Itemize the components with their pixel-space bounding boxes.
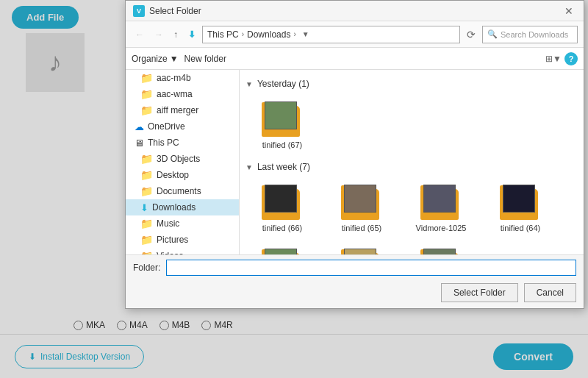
file-label: tinified (65) <box>342 224 381 233</box>
file-item-vidmore-1019[interactable]: Vidmore-1019 <box>325 242 398 254</box>
back-button[interactable]: ← <box>132 28 148 41</box>
breadcrumb-this-pc: This PC <box>207 29 239 40</box>
search-box: 🔍 Search Downloads <box>482 26 578 43</box>
organize-button[interactable]: Organize ▼ <box>132 54 179 64</box>
folder-icon: 📁 <box>140 88 153 100</box>
dialog-title-text: Select Folder <box>149 6 201 16</box>
search-placeholder-text: Search Downloads <box>501 30 568 39</box>
folder-preview <box>341 247 382 254</box>
preview-image <box>344 249 376 254</box>
folder-icon: 📁 <box>140 169 153 181</box>
file-item-tinified-64[interactable]: tinified (64) <box>484 178 557 236</box>
folder-preview <box>262 183 303 220</box>
sidebar-item-aac-wma[interactable]: 📁 aac-wma <box>126 86 239 102</box>
file-thumbnail <box>340 245 384 254</box>
view-options: ⊞▼ ? <box>545 52 578 65</box>
folder-icon: 📁 <box>140 72 153 84</box>
file-label: tinified (64) <box>501 224 540 233</box>
breadcrumb-sep1: › <box>242 30 244 38</box>
file-thumbnail <box>260 245 304 254</box>
dialog-buttons: Select Folder Cancel <box>126 280 584 308</box>
down-nav-button[interactable]: ⬇ <box>184 28 199 41</box>
file-label: tinified (66) <box>262 224 302 233</box>
dialog-app-icon: V <box>133 5 145 17</box>
file-item-tinified-63[interactable]: tinified (63) <box>245 242 319 254</box>
folder-preview <box>341 183 382 220</box>
cancel-button[interactable]: Cancel <box>524 283 576 302</box>
folder-icon: 📁 <box>140 104 153 116</box>
file-item-vidmore-1020[interactable]: Vidmore-1020 <box>404 242 478 254</box>
select-folder-button[interactable]: Select Folder <box>441 283 518 302</box>
preview-image <box>265 249 297 254</box>
sidebar-item-desktop[interactable]: 📁 Desktop <box>126 167 239 183</box>
help-button[interactable]: ? <box>564 52 578 65</box>
view-toggle-button[interactable]: ⊞▼ <box>545 54 562 64</box>
sidebar-item-videos[interactable]: 📁 Videos <box>126 248 239 254</box>
folder-icon: 📁 <box>140 250 153 254</box>
folder-icon: 📁 <box>140 234 153 246</box>
dialog-content: 📁 aac-m4b 📁 aac-wma 📁 aiff merger ☁ OneD… <box>126 70 584 254</box>
section-last-week-title: Last week (7) <box>257 162 310 172</box>
folder-icon: 📁 <box>140 218 153 229</box>
folder-input[interactable] <box>166 260 576 276</box>
file-thumbnail <box>419 181 463 221</box>
section-yesterday-title: Yesterday (1) <box>257 79 309 89</box>
section-last-week[interactable]: ▼ Last week (7) <box>245 162 578 172</box>
breadcrumb-dropdown[interactable]: ▼ <box>299 30 312 38</box>
file-area: ▼ Yesterday (1) tinified (67) ▼ La <box>240 70 584 254</box>
preview-image <box>423 249 456 254</box>
preview-image <box>265 185 297 213</box>
sidebar-item-aiff-merger[interactable]: 📁 aiff merger <box>126 102 239 118</box>
downloads-folder-icon: ⬇ <box>140 202 148 213</box>
folder-icon: 📁 <box>140 185 153 197</box>
select-folder-dialog: V Select Folder ✕ ← → ↑ ⬇ This PC › Down… <box>125 0 584 309</box>
folder-preview <box>500 183 541 220</box>
refresh-button[interactable]: ⟳ <box>463 27 479 42</box>
sidebar-item-aac-m4b[interactable]: 📁 aac-m4b <box>126 70 239 86</box>
sidebar-item-music[interactable]: 📁 Music <box>126 215 239 232</box>
file-thumbnail <box>260 181 304 221</box>
file-item-tinified-65[interactable]: tinified (65) <box>325 178 398 236</box>
file-item-tinified-66[interactable]: tinified (66) <box>245 178 319 236</box>
breadcrumb-sep2: › <box>293 30 295 38</box>
dialog-titlebar: V Select Folder ✕ <box>126 1 584 21</box>
dialog-navbar: ← → ↑ ⬇ This PC › Downloads › ▼ ⟳ 🔍 Sear… <box>126 21 584 48</box>
folder-preview <box>262 100 303 137</box>
sidebar-item-downloads[interactable]: ⬇ Downloads <box>126 199 239 215</box>
organize-chevron-icon: ▼ <box>170 54 179 64</box>
sidebar-item-pictures[interactable]: 📁 Pictures <box>126 232 239 248</box>
file-label: tinified (67) <box>262 140 302 150</box>
file-thumbnail <box>340 181 384 221</box>
file-item-vidmore-1025[interactable]: Vidmore-1025 <box>404 178 478 236</box>
last-week-files: tinified (66) tinified (65) <box>245 178 578 254</box>
section-yesterday[interactable]: ▼ Yesterday (1) <box>245 79 578 89</box>
sidebar: 📁 aac-m4b 📁 aac-wma 📁 aiff merger ☁ OneD… <box>126 70 240 254</box>
folder-preview <box>262 247 303 254</box>
sidebar-item-3d-objects[interactable]: 📁 3D Objects <box>126 151 239 167</box>
dialog-close-button[interactable]: ✕ <box>562 4 576 18</box>
cloud-icon: ☁ <box>135 121 144 132</box>
folder-icon: 📁 <box>140 153 153 165</box>
forward-button[interactable]: → <box>151 28 167 41</box>
search-icon: 🔍 <box>487 29 498 39</box>
folder-preview <box>420 247 462 254</box>
sidebar-item-this-pc[interactable]: 🖥 This PC <box>126 135 239 151</box>
preview-image <box>423 185 456 213</box>
yesterday-files: tinified (67) <box>245 95 578 153</box>
folder-input-row: Folder: <box>126 255 584 280</box>
folder-label: Folder: <box>133 263 160 273</box>
preview-image <box>503 185 535 213</box>
sidebar-item-documents[interactable]: 📁 Documents <box>126 183 239 199</box>
new-folder-button[interactable]: New folder <box>184 54 226 64</box>
section-chevron-icon: ▼ <box>245 80 253 88</box>
up-button[interactable]: ↑ <box>170 28 182 41</box>
pc-icon: 🖥 <box>135 138 144 149</box>
file-item-tinified-67[interactable]: tinified (67) <box>245 95 319 153</box>
folder-preview <box>420 183 462 220</box>
file-thumbnail <box>260 98 304 138</box>
preview-image <box>344 185 376 213</box>
sidebar-item-onedrive[interactable]: ☁ OneDrive <box>126 118 239 135</box>
breadcrumb-downloads: Downloads <box>247 29 290 40</box>
file-thumbnail <box>419 245 463 254</box>
breadcrumb[interactable]: This PC › Downloads › ▼ <box>202 26 460 43</box>
